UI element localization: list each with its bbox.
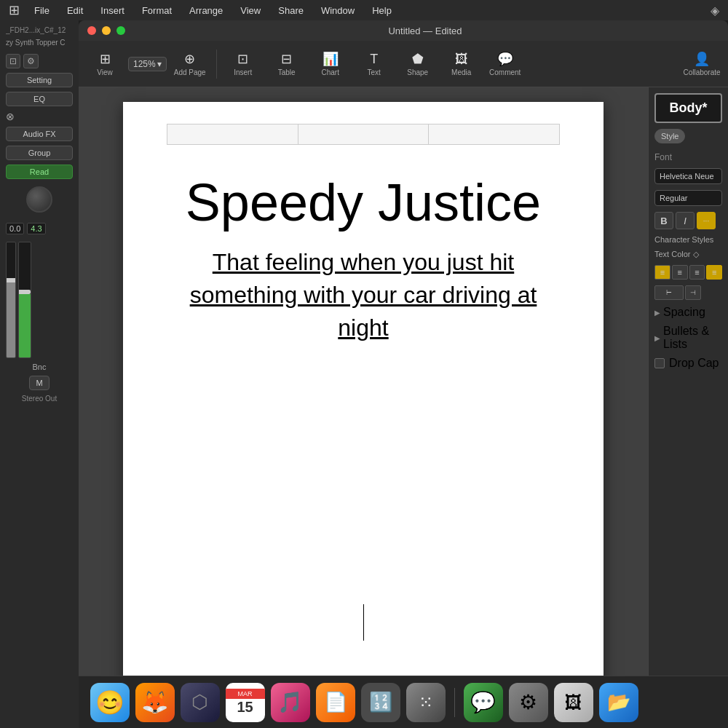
dock-calculator[interactable]: 🔢 [361, 683, 400, 722]
maximize-button[interactable] [116, 26, 125, 35]
chart-button[interactable]: 📊 Chart [310, 44, 351, 84]
menu-window[interactable]: Window [318, 4, 357, 17]
calculator-icon: 🔢 [369, 691, 392, 713]
spacing-section[interactable]: ▶ Spacing [654, 306, 722, 319]
collaborate-label: Collaborate [683, 68, 720, 76]
add-page-label: Add Page [174, 68, 206, 76]
chart-label: Chart [321, 68, 339, 76]
shape-button[interactable]: ⬟ Shape [397, 44, 438, 84]
font-name-selector[interactable]: Helvetica Neue [654, 168, 722, 184]
add-page-button[interactable]: ⊕ Add Page [170, 44, 210, 84]
bold-button[interactable]: B [654, 212, 673, 229]
add-page-icon: ⊕ [184, 51, 195, 67]
align-left-button[interactable]: ≡ [654, 265, 670, 280]
align-center-button[interactable]: ≡ [672, 265, 688, 280]
menu-arrange[interactable]: Arrange [186, 4, 226, 17]
read-button[interactable]: Read [6, 165, 73, 179]
indent-decrease-button[interactable]: ⊢ [654, 285, 684, 300]
volume-knob[interactable] [26, 186, 52, 213]
italic-button[interactable]: I [676, 212, 695, 229]
text-label: Text [368, 68, 381, 76]
insert-button[interactable]: ⊡ Insert [223, 44, 264, 84]
menu-edit[interactable]: Edit [64, 4, 86, 17]
drop-cap-section[interactable]: Drop Cap [654, 357, 722, 370]
settings-icon[interactable]: ⚙ [23, 54, 39, 68]
bullets-section[interactable]: ▶ Bullets & Lists [654, 325, 722, 351]
dock-finder[interactable]: 😊 [90, 683, 130, 722]
menu-view[interactable]: View [237, 4, 264, 17]
dock: 😊 🦊 ⬡ MAR 15 🎵 📄 🔢 ⁙ 💬 ⚙ 🖼 📂 [0, 676, 728, 728]
setting-button[interactable]: Setting [6, 73, 73, 87]
drop-cap-checkbox[interactable] [654, 358, 665, 368]
pages-window: Untitled — Edited ⊞ View 125% ▾ ⊕ Add Pa… [79, 20, 728, 676]
view-button[interactable]: ⊞ View [84, 44, 125, 84]
track-name-label: zy Synth Topper C [6, 39, 73, 47]
style-tab[interactable]: Style [654, 129, 685, 143]
dock-logic[interactable]: ⬡ [181, 683, 220, 722]
menu-share[interactable]: Share [275, 4, 306, 17]
doc-canvas[interactable]: Speedy Justice That feeling when you jus… [79, 87, 648, 676]
dock-settings[interactable]: ⚙ [509, 683, 548, 722]
style-tabs: Style [654, 129, 722, 143]
audio-fx-button[interactable]: Audio FX [6, 127, 73, 141]
settings-icon: ⚙ [519, 690, 537, 714]
text-icon: T [370, 52, 378, 67]
table-cell-2[interactable] [298, 124, 429, 145]
menu-file[interactable]: File [31, 4, 52, 17]
dock-pages[interactable]: 📄 [316, 683, 355, 722]
calendar-day: 15 [237, 699, 253, 716]
close-button[interactable] [87, 26, 96, 35]
doc-table[interactable] [167, 124, 560, 145]
text-button[interactable]: T Text [354, 44, 395, 84]
table-cell-3[interactable] [429, 124, 560, 145]
collaborate-button[interactable]: 👤 Collaborate [681, 44, 722, 84]
zoom-button[interactable]: 125% ▾ [128, 57, 167, 71]
fader-1[interactable] [6, 242, 16, 358]
comment-label: Comment [489, 68, 521, 76]
m-button[interactable]: M [29, 376, 50, 390]
dock-files[interactable]: 📂 [599, 683, 638, 722]
firefox-icon: 🦊 [141, 689, 168, 715]
dock-launchpad[interactable]: ⁙ [406, 683, 446, 722]
collaborate-icon: 👤 [694, 51, 710, 67]
messages-icon: 💬 [470, 690, 496, 714]
align-justify-button[interactable]: ≡ [706, 265, 722, 280]
more-format-button[interactable]: ··· [697, 212, 716, 229]
document-subtitle[interactable]: That feeling when you just hit something… [167, 246, 560, 344]
font-weight-selector[interactable]: Regular [654, 190, 722, 206]
style-dropdown[interactable]: Body* [654, 93, 722, 123]
table-icon: ⊟ [281, 51, 292, 67]
chart-icon: 📊 [323, 51, 339, 67]
table-button[interactable]: ⊟ Table [266, 44, 307, 84]
menu-insert[interactable]: Insert [98, 4, 127, 17]
toolbar-separator-1 [216, 50, 217, 79]
document-title[interactable]: Speedy Justice [167, 174, 560, 232]
dock-separator [454, 688, 455, 717]
table-cell-1[interactable] [167, 124, 298, 145]
comment-button[interactable]: 💬 Comment [485, 44, 526, 84]
dock-music[interactable]: 🎵 [271, 683, 310, 722]
minimize-button[interactable] [102, 26, 111, 35]
media-button[interactable]: 🖼 Media [441, 44, 482, 84]
document-page[interactable]: Speedy Justice That feeling when you jus… [123, 102, 604, 676]
view-toggle-icon[interactable]: ⊡ [6, 54, 20, 68]
link-icon[interactable]: ⊗ [6, 111, 15, 122]
dock-firefox[interactable]: 🦊 [135, 683, 175, 722]
dock-preview[interactable]: 🖼 [554, 683, 593, 722]
group-button[interactable]: Group [6, 146, 73, 160]
dock-calendar[interactable]: MAR 15 [226, 683, 265, 722]
menu-help[interactable]: Help [369, 4, 395, 17]
align-right-button[interactable]: ≡ [689, 265, 705, 280]
eq-button[interactable]: EQ [6, 92, 73, 106]
apple-menu-icon[interactable]: ⊞ [9, 2, 20, 18]
calendar-month: MAR [226, 689, 265, 699]
left-panel: _FDH2...ix_C#_12 zy Synth Topper C ⊡ ⚙ S… [0, 20, 79, 728]
menu-format[interactable]: Format [139, 4, 175, 17]
fader-2[interactable] [18, 242, 31, 358]
view-label: View [97, 68, 113, 76]
meter-row: 0.0 4.3 [6, 223, 73, 234]
text-color-label[interactable]: Text Color ◇ [654, 250, 722, 259]
dock-messages[interactable]: 💬 [464, 683, 503, 722]
indent-buttons: ⊢ ⊣ [654, 285, 722, 300]
indent-icon[interactable]: ⊣ [685, 285, 701, 300]
